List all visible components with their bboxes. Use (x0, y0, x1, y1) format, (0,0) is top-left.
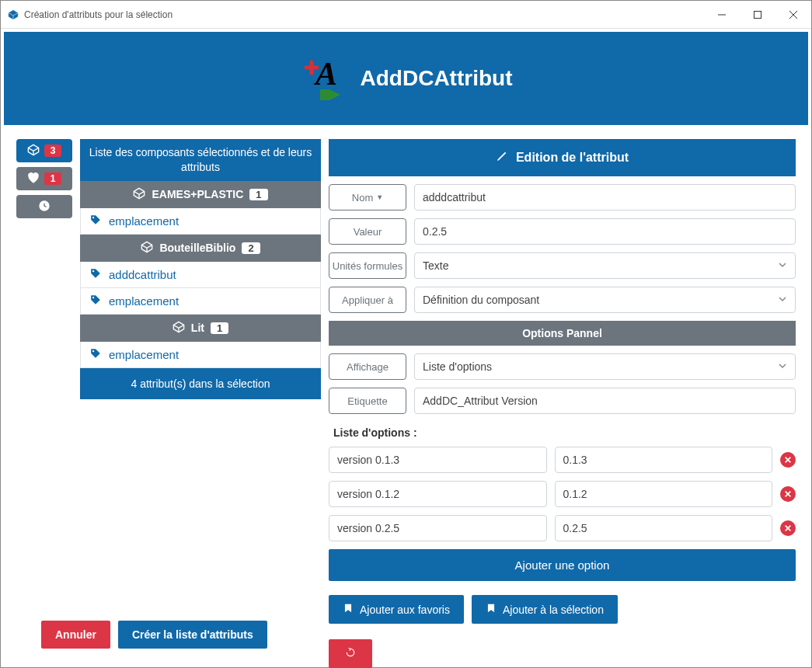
selection-count-button[interactable]: 3 (16, 139, 72, 162)
tag-icon (90, 268, 101, 281)
unites-select[interactable]: Texte (414, 252, 796, 279)
appliquer-select[interactable]: Définition du composant (414, 287, 796, 313)
logo: A (300, 54, 350, 103)
affichage-value: Liste d'options (423, 360, 492, 373)
cancel-button[interactable]: Annuler (41, 621, 110, 649)
cube-icon (27, 144, 40, 158)
add-to-selection-button[interactable]: Ajouter à la sélection (472, 595, 618, 624)
etiquette-label: Etiquette (329, 388, 406, 414)
app-icon (7, 9, 19, 21)
etiquette-input[interactable]: AddDC_Attribut Version (414, 388, 796, 414)
options-list-title: Liste d'options : (329, 426, 796, 439)
component-name: EAMES+PLASTIC (152, 188, 243, 200)
component-name: BouteilleBiblio (159, 242, 235, 254)
unites-value: Texte (423, 259, 448, 272)
create-list-button[interactable]: Créer la liste d'attributs (118, 621, 267, 649)
editor-actions: Ajouter aux favoris Ajouter à la sélecti… (329, 595, 796, 668)
option-label-input[interactable]: version 0.1.3 (329, 447, 547, 473)
editor-panel: Edition de l'attribut Nom ▼ adddcattribu… (329, 139, 796, 668)
option-value-input[interactable]: 0.1.2 (555, 481, 773, 507)
close-button[interactable] (775, 1, 811, 28)
svg-point-21 (92, 350, 94, 352)
component-header[interactable]: BouteilleBiblio 2 (80, 235, 321, 262)
options-panel-header: Options Pannel (329, 321, 796, 346)
sidebar-badges: 3 1 (16, 139, 72, 218)
valeur-input[interactable]: 0.2.5 (414, 218, 796, 245)
tag-icon (90, 348, 101, 361)
nom-value: adddcattribut (423, 191, 486, 204)
window-title: Création d'attributs pour la sélection (24, 9, 173, 20)
option-value-input[interactable]: 0.1.3 (555, 447, 773, 473)
favorites-count-button[interactable]: 1 (16, 167, 72, 190)
label-text: Etiquette (347, 395, 387, 407)
component-count: 2 (242, 242, 260, 254)
titlebar-left: Création d'attributs pour la sélection (7, 9, 173, 21)
reset-button[interactable] (329, 639, 372, 668)
label-text: Valeur (354, 226, 382, 238)
selection-count: 3 (44, 144, 62, 157)
add-option-button[interactable]: Ajouter une option (329, 549, 796, 581)
nom-input[interactable]: adddcattribut (414, 184, 796, 210)
component-count: 1 (249, 189, 267, 200)
chevron-down-icon (778, 294, 787, 306)
option-row: version 0.2.5 0.2.5 (329, 515, 796, 541)
label-text: Unités formules (333, 260, 403, 272)
recent-button[interactable] (16, 195, 72, 218)
clock-icon (38, 200, 51, 214)
option-label-input[interactable]: version 0.2.5 (329, 515, 547, 541)
appliquer-label: Appliquer à (329, 287, 406, 313)
attribute-item[interactable]: emplacement (80, 288, 321, 315)
delete-option-button[interactable] (780, 486, 796, 502)
option-label-input[interactable]: version 0.1.2 (329, 481, 547, 507)
add-to-favorites-button[interactable]: Ajouter aux favoris (329, 595, 464, 624)
components-header: Liste des composants sélectionnés et de … (80, 139, 321, 181)
tag-icon (90, 294, 101, 308)
chevron-down-icon (778, 360, 787, 373)
editor-title-text: Edition de l'attribut (516, 151, 629, 165)
attribute-label: emplacement (109, 294, 179, 308)
bookmark-icon (486, 603, 497, 616)
delete-option-button[interactable] (780, 520, 796, 536)
attribute-label: emplacement (109, 348, 179, 361)
bookmark-icon (343, 603, 354, 616)
attribute-item[interactable]: adddcattribut (80, 262, 321, 288)
component-header[interactable]: Lit 1 (80, 315, 321, 342)
svg-rect-8 (320, 89, 329, 100)
reset-icon (345, 647, 356, 660)
banner: A AddDCAttribut (4, 32, 808, 125)
components-footer: 4 attribut(s) dans la sélection (80, 368, 321, 399)
component-count: 1 (211, 322, 228, 334)
window-controls (704, 1, 811, 28)
attribute-item[interactable]: emplacement (80, 342, 321, 368)
delete-option-button[interactable] (780, 452, 796, 468)
label-text: Affichage (347, 361, 389, 373)
svg-rect-3 (754, 11, 761, 18)
chevron-down-icon (778, 259, 787, 272)
attribute-label: emplacement (109, 214, 179, 228)
unites-label: Unités formules (329, 252, 406, 279)
maximize-button[interactable] (740, 1, 775, 28)
attribute-item[interactable]: emplacement (80, 208, 321, 235)
pencil-icon (496, 150, 508, 165)
label-text: Appliquer à (342, 294, 393, 306)
option-value-input[interactable]: 0.2.5 (555, 515, 773, 541)
caret-down-icon: ▼ (376, 193, 383, 201)
cube-icon (173, 321, 185, 336)
tag-icon (90, 214, 101, 228)
option-row: version 0.1.2 0.1.2 (329, 481, 796, 507)
titlebar: Création d'attributs pour la sélection (1, 1, 811, 29)
favorites-count: 1 (44, 172, 62, 185)
option-row: version 0.1.3 0.1.3 (329, 447, 796, 473)
svg-point-14 (92, 217, 94, 218)
svg-text:A: A (313, 56, 337, 92)
component-header[interactable]: EAMES+PLASTIC 1 (80, 181, 321, 208)
nom-dropdown-button[interactable]: Nom ▼ (329, 184, 406, 210)
valeur-label: Valeur (329, 218, 406, 245)
cube-icon (141, 241, 153, 256)
affichage-label: Affichage (329, 353, 406, 380)
minimize-button[interactable] (704, 1, 740, 28)
banner-title: AddDCAttribut (361, 66, 513, 91)
label-text: Nom (352, 192, 373, 204)
attribute-label: adddcattribut (109, 268, 176, 281)
affichage-select[interactable]: Liste d'options (414, 353, 796, 380)
